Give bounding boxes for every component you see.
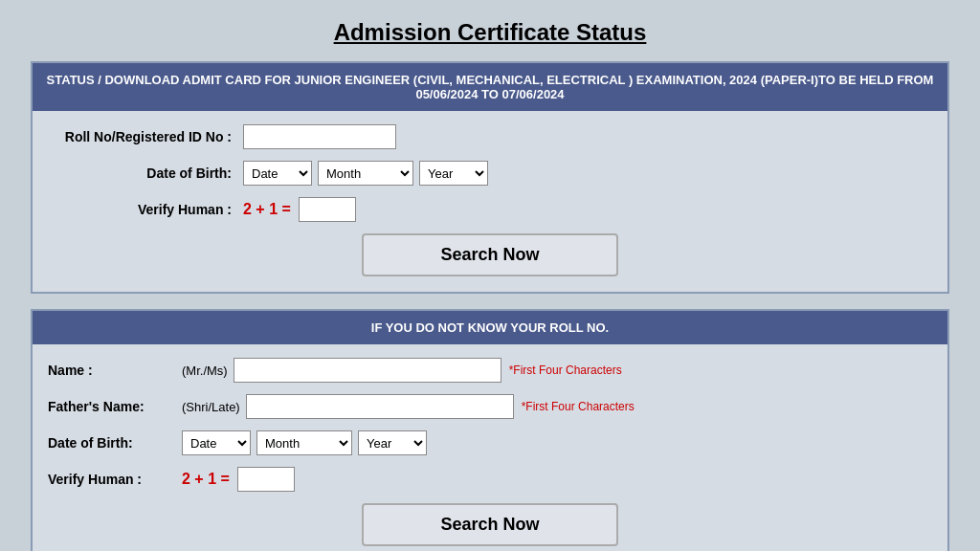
roll-row: Roll No/Registered ID No : <box>33 124 947 149</box>
dob2-row: Date of Birth: Date Month Year <box>33 430 947 455</box>
verify2-label: Verify Human : <box>48 472 182 487</box>
roll-label: Roll No/Registered ID No : <box>52 129 243 144</box>
name-input[interactable] <box>234 358 501 383</box>
verify-label: Verify Human : <box>52 202 243 217</box>
dob-label: Date of Birth: <box>52 165 243 181</box>
section1-header: STATUS / DOWNLOAD ADMIT CARD FOR JUNIOR … <box>33 63 947 111</box>
name-row: Name : (Mr./Ms) *First Four Characters <box>33 358 947 383</box>
section1-container: STATUS / DOWNLOAD ADMIT CARD FOR JUNIOR … <box>31 61 949 294</box>
name-hint: *First Four Characters <box>509 364 622 377</box>
dob-month-select[interactable]: Month <box>318 161 413 186</box>
dob2-month-select[interactable]: Month <box>256 430 352 455</box>
dob2-date-select[interactable]: Date <box>182 430 251 455</box>
search-now-button[interactable]: Search Now <box>362 233 617 276</box>
verify-row: Verify Human : 2 + 1 = <box>33 197 947 222</box>
name-prefix: (Mr./Ms) <box>182 364 228 378</box>
dob-date-select[interactable]: Date <box>243 161 312 186</box>
section2-container: IF YOU DO NOT KNOW YOUR ROLL NO. Name : … <box>31 309 949 551</box>
verify2-input[interactable] <box>237 467 295 492</box>
dob2-year-select[interactable]: Year <box>358 430 427 455</box>
father-hint: *First Four Characters <box>522 400 635 413</box>
page-title: Admission Certificate Status <box>31 19 949 46</box>
dob-group: Date Month Year <box>243 161 488 186</box>
father-input[interactable] <box>246 394 514 419</box>
dob2-label: Date of Birth: <box>48 435 182 451</box>
verify2-row: Verify Human : 2 + 1 = <box>33 467 947 492</box>
father-prefix: (Shri/Late) <box>182 400 240 414</box>
father-label: Father's Name: <box>48 399 182 414</box>
verify-equation: 2 + 1 = <box>243 201 291 218</box>
dob-row: Date of Birth: Date Month Year <box>33 161 947 186</box>
page-wrapper: Admission Certificate Status STATUS / DO… <box>31 19 949 551</box>
roll-input[interactable] <box>243 124 396 149</box>
dob-year-select[interactable]: Year <box>419 161 488 186</box>
dob2-group: Date Month Year <box>182 430 427 455</box>
verify-input[interactable] <box>299 197 356 222</box>
search-now-button-2[interactable]: Search Now <box>362 503 617 546</box>
section2-header: IF YOU DO NOT KNOW YOUR ROLL NO. <box>33 311 947 344</box>
father-row: Father's Name: (Shri/Late) *First Four C… <box>33 394 947 419</box>
name-label: Name : <box>48 363 182 378</box>
verify2-equation: 2 + 1 = <box>182 471 230 488</box>
